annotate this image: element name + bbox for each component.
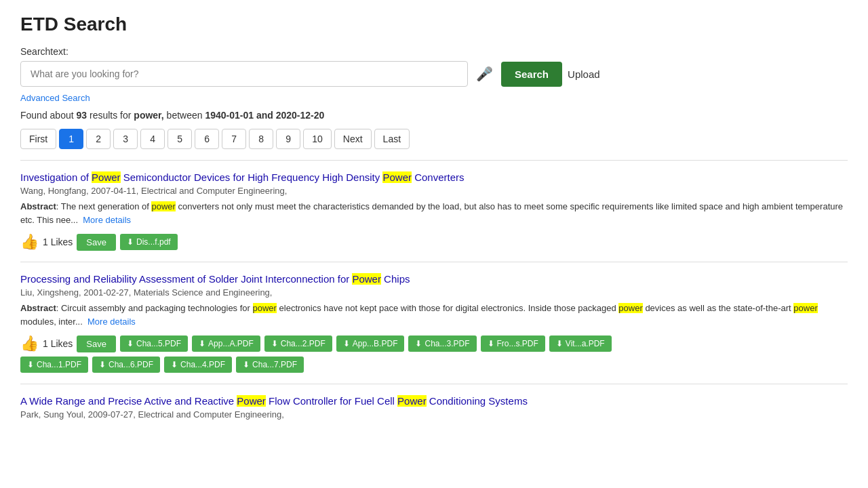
result-card-3: A Wide Range and Precise Active and Reac… [20, 384, 848, 434]
pagination-page-10[interactable]: 10 [303, 129, 332, 149]
pdf-btn-2-9[interactable]: ⬇ Cha...4.PDF [164, 357, 232, 373]
pdf-btn-2-3[interactable]: ⬇ App...B.PDF [336, 336, 405, 352]
result-meta-3: Park, Sung Youl, 2009-07-27, Electrical … [20, 409, 848, 420]
pagination-page-7[interactable]: 7 [222, 129, 246, 149]
likes-count-2: 1 Likes [43, 338, 73, 349]
pdf-btn-2-10[interactable]: ⬇ Cha...7.PDF [236, 357, 304, 373]
thumbs-up-icon-1: 👍 [20, 233, 39, 251]
result-actions-1: 👍 1 Likes Save ⬇ Dis...f.pdf [20, 233, 848, 251]
pagination-first[interactable]: First [20, 129, 56, 149]
pdf-btn-2-6[interactable]: ⬇ Vit...a.PDF [549, 336, 612, 352]
result-title-2[interactable]: Processing and Reliability Assessment of… [20, 273, 848, 285]
microphone-button[interactable]: 🎤 [473, 63, 496, 85]
results-summary: Found about 93 results for power, betwee… [20, 110, 848, 121]
download-icon-2-0: ⬇ [127, 339, 134, 348]
likes-area-1: 👍 1 Likes [20, 233, 73, 251]
likes-area-2: 👍 1 Likes [20, 335, 73, 352]
search-section: Searchtext: 🎤 Search Upload Advanced Sea… [20, 46, 848, 110]
download-icon-2-4: ⬇ [415, 339, 422, 348]
pdf-btn-2-4[interactable]: ⬇ Cha...3.PDF [408, 336, 476, 352]
result-title-3[interactable]: A Wide Range and Precise Active and Reac… [20, 395, 848, 407]
pagination: First 1 2 3 4 5 6 7 8 9 10 Next Last [20, 129, 848, 149]
more-details-link-1[interactable]: More details [83, 215, 131, 225]
thumbs-up-icon-2: 👍 [20, 335, 39, 352]
save-button-2[interactable]: Save [77, 336, 116, 352]
likes-count-1: 1 Likes [43, 237, 73, 247]
pagination-page-8[interactable]: 8 [249, 129, 273, 149]
download-icon-2-3: ⬇ [343, 339, 350, 348]
download-icon-2-1: ⬇ [199, 339, 205, 348]
download-icon-2-10: ⬇ [243, 360, 250, 369]
download-icon-1-0: ⬇ [127, 237, 134, 247]
pdf-btn-2-7[interactable]: ⬇ Cha...1.PDF [20, 357, 88, 373]
pagination-last[interactable]: Last [374, 129, 410, 149]
pagination-page-6[interactable]: 6 [195, 129, 219, 149]
download-icon-2-5: ⬇ [488, 339, 494, 348]
pagination-page-4[interactable]: 4 [140, 129, 165, 149]
more-details-link-2[interactable]: More details [87, 317, 136, 327]
pdf-btn-2-0[interactable]: ⬇ Cha...5.PDF [120, 336, 188, 352]
pdf-btn-row-2: ⬇ Cha...1.PDF ⬇ Cha...6.PDF ⬇ Cha...4.PD… [20, 357, 848, 373]
pagination-page-2[interactable]: 2 [86, 129, 111, 149]
result-meta-2: Liu, Xingsheng, 2001-02-27, Materials Sc… [20, 287, 848, 298]
search-label: Searchtext: [20, 46, 848, 57]
pdf-label-1-0: Dis...f.pdf [136, 237, 171, 247]
download-icon-2-6: ⬇ [556, 339, 563, 348]
pagination-next[interactable]: Next [334, 129, 372, 149]
pdf-btn-2-5[interactable]: ⬇ Fro...s.PDF [481, 336, 545, 352]
result-title-1[interactable]: Investigation of Power Semiconductor Dev… [20, 171, 848, 183]
upload-link[interactable]: Upload [568, 68, 600, 80]
advanced-search-link[interactable]: Advanced Search [20, 93, 90, 103]
search-input[interactable] [20, 61, 468, 87]
save-button-1[interactable]: Save [77, 234, 116, 251]
result-card-2: Processing and Reliability Assessment of… [20, 262, 848, 384]
pdf-btn-1-0[interactable]: ⬇ Dis...f.pdf [120, 234, 178, 250]
download-icon-2-2: ⬇ [271, 339, 278, 348]
pagination-page-1[interactable]: 1 [59, 129, 83, 149]
pagination-page-3[interactable]: 3 [113, 129, 138, 149]
pdf-btn-2-1[interactable]: ⬇ App...A.PDF [192, 336, 260, 352]
download-icon-2-7: ⬇ [27, 360, 34, 369]
page-title: ETD Search [20, 14, 848, 35]
pdf-btn-2-2[interactable]: ⬇ Cha...2.PDF [264, 336, 332, 352]
pdf-btn-2-8[interactable]: ⬇ Cha...6.PDF [92, 357, 160, 373]
pagination-page-9[interactable]: 9 [276, 129, 300, 149]
result-meta-1: Wang, Hongfang, 2007-04-11, Electrical a… [20, 186, 848, 196]
download-icon-2-8: ⬇ [99, 360, 106, 369]
search-button[interactable]: Search [501, 62, 562, 87]
result-abstract-1: Abstract: The next generation of power c… [20, 200, 848, 226]
download-icon-2-9: ⬇ [171, 360, 178, 369]
result-actions-2: 👍 1 Likes Save ⬇ Cha...5.PDF ⬇ App...A.P… [20, 335, 848, 352]
pagination-page-5[interactable]: 5 [167, 129, 192, 149]
result-card-1: Investigation of Power Semiconductor Dev… [20, 160, 848, 262]
result-abstract-2: Abstract: Circuit assembly and packaging… [20, 302, 848, 328]
